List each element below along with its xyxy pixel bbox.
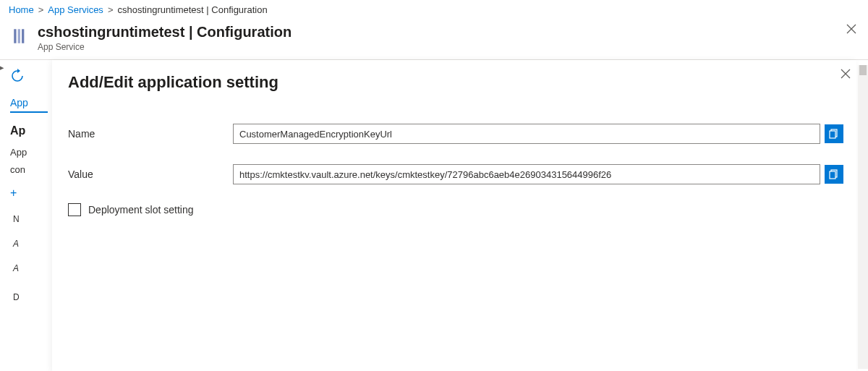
breadcrumb-current: cshostingruntimetest | Configuration: [117, 4, 267, 15]
svg-rect-1: [18, 29, 20, 43]
close-icon[interactable]: [846, 24, 856, 37]
copy-value-button[interactable]: [825, 165, 843, 184]
add-edit-setting-panel: Add/Edit application setting Name Value: [52, 60, 856, 371]
scrollbar[interactable]: [858, 65, 868, 369]
deployment-slot-label: Deployment slot setting: [88, 204, 194, 216]
add-setting-button[interactable]: +: [0, 176, 52, 200]
appservice-icon: [12, 27, 30, 46]
svg-rect-0: [14, 29, 16, 43]
form-row-name: Name: [68, 124, 843, 144]
nav-text-line2: con: [0, 159, 52, 176]
copy-name-button[interactable]: [825, 124, 843, 143]
page-title: cshostingruntimetest | Configuration: [38, 24, 292, 40]
value-label: Value: [68, 169, 233, 180]
name-field[interactable]: [233, 124, 820, 144]
copy-icon: [829, 169, 839, 179]
svg-rect-2: [22, 29, 24, 43]
tab-application-settings[interactable]: App: [0, 91, 52, 113]
breadcrumb: Home > App Services > cshostingruntimete…: [0, 0, 868, 20]
breadcrumb-app-services[interactable]: App Services: [48, 4, 103, 15]
table-row[interactable]: A: [0, 224, 52, 249]
svg-rect-6: [830, 171, 835, 179]
scrollbar-thumb[interactable]: [859, 65, 867, 75]
refresh-icon[interactable]: [10, 69, 25, 83]
left-nav: ▶ App Ap App con + N A A D: [0, 60, 52, 371]
deployment-slot-row: Deployment slot setting: [68, 203, 843, 216]
table-row[interactable]: D: [0, 273, 52, 302]
column-header-name: N: [0, 200, 52, 224]
chevron-right-icon: >: [108, 4, 114, 15]
name-label: Name: [68, 128, 233, 140]
chevron-right-icon: >: [38, 4, 44, 15]
deployment-slot-checkbox[interactable]: [68, 203, 81, 216]
breadcrumb-home[interactable]: Home: [9, 4, 34, 15]
panel-title: Add/Edit application setting: [68, 73, 843, 92]
close-icon[interactable]: [841, 69, 851, 82]
page-header: cshostingruntimetest | Configuration App…: [0, 20, 868, 59]
svg-rect-4: [830, 131, 835, 138]
form-row-value: Value: [68, 164, 843, 184]
page-subtitle: App Service: [38, 42, 292, 52]
copy-icon: [829, 129, 839, 139]
table-row[interactable]: A: [0, 249, 52, 273]
nav-heading: Ap: [0, 113, 52, 142]
caret-right-icon[interactable]: ▶: [0, 63, 4, 72]
content-area: ▶ App Ap App con + N A A D Add/Edit appl…: [0, 59, 868, 371]
nav-text-line1: App: [0, 142, 52, 159]
value-field[interactable]: [233, 164, 820, 184]
